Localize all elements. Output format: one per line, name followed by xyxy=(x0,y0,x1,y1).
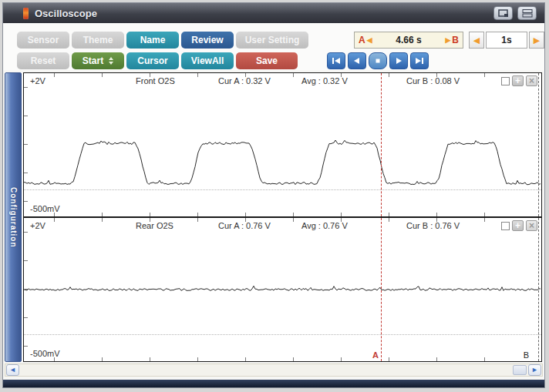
window-title: Oscilloscope xyxy=(35,8,97,19)
playback-controls xyxy=(327,52,429,69)
step-back-icon xyxy=(352,57,362,65)
front-o2s-waveform xyxy=(24,73,541,216)
cursor-b-tag: B xyxy=(524,350,529,360)
cursor-a-measurement: Cur A : 0.32 V xyxy=(218,76,271,85)
restore-window-icon xyxy=(498,9,509,18)
name-button[interactable]: Name xyxy=(126,32,179,49)
range-b-arrow-icon: ▶ xyxy=(445,36,450,44)
theme-button[interactable]: Theme xyxy=(72,32,124,49)
horizontal-scrollbar[interactable]: ◄ ► xyxy=(5,364,543,377)
window-bottom-bar xyxy=(3,380,544,387)
channel-name: Rear O2S xyxy=(136,221,173,230)
cursor-button[interactable]: Cursor xyxy=(126,52,179,69)
channel-controls: + × xyxy=(501,220,537,231)
cursor-a-measurement: Cur A : 0.76 V xyxy=(218,221,271,230)
save-button[interactable]: Save xyxy=(236,52,298,69)
cursor-b-line[interactable] xyxy=(538,73,539,216)
channel-controls: + × xyxy=(501,75,537,86)
zero-reference-line xyxy=(24,334,541,335)
add-channel-button[interactable]: + xyxy=(512,220,524,231)
add-channel-button[interactable]: + xyxy=(512,75,524,86)
x-axis-ticks-top xyxy=(24,218,541,222)
y-min-label: -500mV xyxy=(30,204,60,213)
timebase-decrease-button[interactable]: ◀ xyxy=(469,32,484,49)
cursor-a-line[interactable] xyxy=(381,218,382,361)
start-spinner-icon xyxy=(109,57,113,65)
zero-reference-line xyxy=(24,189,541,190)
channel-select-checkbox[interactable] xyxy=(501,222,510,230)
channel-front-o2s: +2V Front O2S Cur A : 0.32 V Avg : 0.32 … xyxy=(23,72,542,217)
title-bar: Oscilloscope xyxy=(3,3,544,23)
y-axis-ticks xyxy=(24,73,28,216)
scope-area: Configuration +2V Front O2S Cur A : 0.32… xyxy=(3,70,544,363)
sensor-button[interactable]: Sensor xyxy=(17,32,69,49)
close-channel-button[interactable]: × xyxy=(526,75,537,86)
timebase-increase-button[interactable]: ▶ xyxy=(529,32,544,49)
channel-name: Front O2S xyxy=(136,76,175,85)
review-button[interactable]: Review xyxy=(181,32,234,49)
configuration-label: Configuration xyxy=(9,187,18,248)
stop-button[interactable] xyxy=(369,52,387,69)
y-max-label: +2V xyxy=(30,76,45,85)
play-icon xyxy=(394,57,403,65)
ab-range-value: 4.66 s xyxy=(374,35,444,45)
y-min-label: -500mV xyxy=(30,349,60,358)
scrollbar-thumb[interactable] xyxy=(513,365,527,375)
cursor-a-line[interactable] xyxy=(381,73,382,216)
range-a-arrow-icon: ◀ xyxy=(367,36,372,44)
y-max-label: +2V xyxy=(30,221,45,230)
restore-window-button[interactable] xyxy=(493,6,513,20)
desktop: Oscilloscope Sensor xyxy=(0,0,549,392)
skip-to-start-button[interactable] xyxy=(327,52,345,69)
average-measurement: Avg : 0.32 V xyxy=(301,76,348,85)
cursor-b-line[interactable] xyxy=(538,218,539,361)
rear-o2s-waveform xyxy=(24,218,541,361)
toolbar: Sensor Theme Name Review User Setting Re… xyxy=(3,23,544,70)
average-measurement: Avg : 0.76 V xyxy=(301,221,348,230)
toolbar-row-1: Sensor Theme Name Review User Setting xyxy=(17,32,308,49)
skip-to-end-button[interactable] xyxy=(410,52,429,69)
start-button-label: Start xyxy=(83,55,103,66)
range-a-label: A xyxy=(359,35,365,45)
channel-rear-o2s: +2V Rear O2S Cur A : 0.76 V Avg : 0.76 V… xyxy=(23,217,542,362)
window-buttons xyxy=(493,6,537,20)
x-axis-ticks-top xyxy=(24,73,541,77)
start-button[interactable]: Start xyxy=(72,52,124,69)
range-b-label: B xyxy=(452,35,459,45)
tile-layout-button[interactable] xyxy=(517,6,537,20)
channel-select-checkbox[interactable] xyxy=(501,77,510,85)
close-channel-button[interactable]: × xyxy=(526,220,537,231)
toolbar-row-2: Reset Start Cursor ViewAll Save xyxy=(17,52,298,69)
user-setting-button[interactable]: User Setting xyxy=(236,32,308,49)
step-back-button[interactable] xyxy=(348,52,366,69)
x-axis-ticks-bottom xyxy=(24,357,541,361)
reset-button[interactable]: Reset xyxy=(17,52,69,69)
y-axis-ticks xyxy=(24,218,28,361)
cursor-b-measurement: Cur B : 0.76 V xyxy=(406,221,460,230)
skip-to-start-icon xyxy=(332,57,341,65)
scroll-right-button[interactable]: ► xyxy=(528,364,541,376)
tile-layout-icon xyxy=(522,9,533,18)
channel-stack: +2V Front O2S Cur A : 0.32 V Avg : 0.32 … xyxy=(23,72,542,362)
cursor-b-measurement: Cur B : 0.08 V xyxy=(406,76,460,85)
ab-range-display[interactable]: A ◀ 4.66 s ▶ B xyxy=(354,32,463,49)
viewall-button[interactable]: ViewAll xyxy=(181,52,234,69)
app-icon xyxy=(23,8,29,19)
configuration-panel-tab[interactable]: Configuration xyxy=(5,72,22,362)
scroll-left-button[interactable]: ◄ xyxy=(6,364,19,376)
oscilloscope-window: Oscilloscope Sensor xyxy=(2,2,545,388)
timebase-value[interactable]: 1s xyxy=(486,32,527,49)
x-axis-ticks-bottom xyxy=(24,213,541,216)
cursor-a-tag: A xyxy=(372,350,379,360)
play-button[interactable] xyxy=(389,52,408,69)
stop-icon xyxy=(373,57,382,65)
skip-to-end-icon xyxy=(415,57,424,65)
